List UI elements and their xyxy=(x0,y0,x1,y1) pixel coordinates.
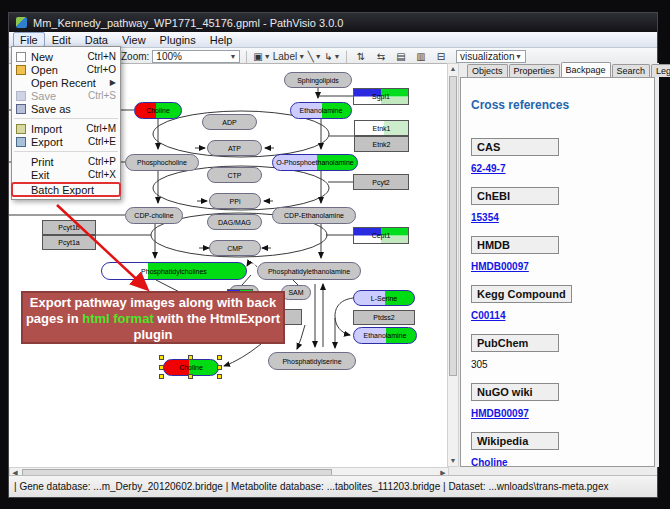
chevron-down-icon: ▼ xyxy=(315,53,322,60)
align-middle-icon: ⇆ xyxy=(377,51,385,62)
selection-handle[interactable] xyxy=(159,374,164,379)
scroll-down-icon[interactable]: ▼ xyxy=(448,456,458,466)
node-etnk2-6[interactable]: Etnk2 xyxy=(354,136,409,152)
node-ctp-10[interactable]: CTP xyxy=(207,167,262,183)
node-cdp-ethanolamine-15[interactable]: CDP-Ethanolamine xyxy=(272,207,356,224)
visualization-combobox[interactable]: visualization ▼ xyxy=(456,50,526,63)
node-etnk1-5[interactable]: Etnk1 xyxy=(354,120,409,136)
crossref-section-cas: CAS62-49-7 xyxy=(471,138,646,174)
file-menu-item-save-as[interactable]: Save as xyxy=(12,102,120,115)
align-center-icon: ⇅ xyxy=(357,51,365,62)
scroll-up-icon[interactable]: ▲ xyxy=(448,64,458,74)
file-menu-item-import[interactable]: ImportCtrl+M xyxy=(12,122,120,135)
node-phosphatidylserine-29[interactable]: Phosphatidylserine xyxy=(268,352,356,370)
node-adp-4[interactable]: ADP xyxy=(202,114,257,130)
node-phosphatidylcholines-20[interactable]: Phosphatidylcholines xyxy=(101,262,247,280)
node-cmp-17[interactable]: CMP xyxy=(209,240,261,256)
node-cept1-16[interactable]: Cept1 xyxy=(353,227,409,244)
common-size-icon: ⊟ xyxy=(437,51,445,62)
menu-data[interactable]: Data xyxy=(78,32,115,47)
save-icon xyxy=(16,91,26,101)
node-sphingolipids-0[interactable]: Sphingolipids xyxy=(284,72,352,88)
selection-handle[interactable] xyxy=(159,355,164,360)
file-menu-item-print[interactable]: PrintCtrl+P xyxy=(12,155,120,168)
zoom-combobox[interactable]: 100% ▼ xyxy=(152,50,240,63)
menu-view[interactable]: View xyxy=(115,32,153,47)
section-value: 62-49-7 xyxy=(471,163,646,174)
node-pcyt1a-19[interactable]: Pcyt1a xyxy=(42,235,96,250)
file-menu-item-export[interactable]: ExportCtrl+E xyxy=(12,135,120,148)
node-o-phosphoethanolamine-9[interactable]: O-Phosphoethanolamine xyxy=(272,154,358,171)
menu-edit[interactable]: Edit xyxy=(45,32,78,47)
vscroll-thumb[interactable] xyxy=(449,76,457,376)
crossref-link[interactable]: 15354 xyxy=(471,212,499,223)
selection-handle[interactable] xyxy=(188,374,193,379)
menu-item-shortcut: Ctrl+O xyxy=(87,64,116,75)
selection-handle[interactable] xyxy=(217,355,222,360)
label-tool-button[interactable]: Label▼ xyxy=(273,50,305,64)
stack-vertical-button[interactable]: ▤ xyxy=(393,50,408,64)
align-center-button[interactable]: ⇅ xyxy=(353,50,368,64)
menu-item-label: Import xyxy=(31,123,81,135)
section-value: 15354 xyxy=(471,212,646,223)
node-sam-23[interactable]: SAM xyxy=(281,285,311,300)
node-ppi-12[interactable]: PPi xyxy=(209,193,261,209)
node-ptdss2-26[interactable]: Ptdss2 xyxy=(353,310,415,325)
node-ethanolamine-27[interactable]: Ethanolamine xyxy=(353,327,417,344)
selection-handle[interactable] xyxy=(217,365,222,370)
datanode-tool-button[interactable]: ▣▼ xyxy=(253,50,270,64)
common-size-button[interactable]: ⊟ xyxy=(433,50,448,64)
menu-item-label: Open Recent xyxy=(31,77,105,89)
line-tool-button[interactable]: ╲▼ xyxy=(307,50,322,64)
node-cdp-choline-13[interactable]: CDP-choline xyxy=(125,207,183,224)
tab-properties[interactable]: Properties xyxy=(509,64,560,77)
menu-item-shortcut: Ctrl+P xyxy=(88,156,116,167)
align-middle-button[interactable]: ⇆ xyxy=(373,50,388,64)
crossref-link[interactable]: HMDB00097 xyxy=(471,261,529,272)
canvas-vertical-scrollbar[interactable]: ▲ ▼ xyxy=(447,63,459,467)
crossref-link[interactable]: C00114 xyxy=(471,310,505,321)
selection-handle[interactable] xyxy=(188,355,193,360)
crossref-link[interactable]: 62-49-7 xyxy=(471,163,505,174)
file-menu-item-open[interactable]: OpenCtrl+O xyxy=(12,63,120,76)
node-pcyt2-11[interactable]: Pcyt2 xyxy=(353,174,409,190)
tab-objects[interactable]: Objects xyxy=(467,64,508,77)
menu-help[interactable]: Help xyxy=(203,32,240,47)
menu-item-shortcut: Ctrl+M xyxy=(86,123,116,134)
node-phosphocholine-8[interactable]: Phosphocholine xyxy=(125,154,199,171)
blank-icon xyxy=(16,185,26,195)
stack-horizontal-button[interactable]: ▥ xyxy=(413,50,428,64)
file-menu-item-open-recent[interactable]: Open Recent▶ xyxy=(12,76,120,89)
node-l-serine-25[interactable]: L-Serine xyxy=(353,290,415,306)
menu-item-shortcut: Ctrl+E xyxy=(88,136,116,147)
menu-item-label: Save as xyxy=(31,103,116,115)
selection-handle[interactable] xyxy=(159,365,164,370)
window-title: Mm_Kennedy_pathway_WP1771_45176.gpml - P… xyxy=(33,17,343,29)
side-panel: ObjectsPropertiesBackpageSearchLegend Cr… xyxy=(459,63,659,467)
menu-plugins[interactable]: Plugins xyxy=(153,32,203,47)
crossref-link[interactable]: HMDB00097 xyxy=(471,408,529,419)
node-sgpl1-1[interactable]: Sgpl1 xyxy=(353,88,409,105)
node-pcyt1b-18[interactable]: Pcyt1b xyxy=(42,220,96,235)
tab-search[interactable]: Search xyxy=(612,64,651,77)
menu-file[interactable]: File xyxy=(13,32,45,47)
blank-icon xyxy=(16,170,26,180)
crossref-section-chebi: ChEBI15354 xyxy=(471,187,646,223)
connector-tool-button[interactable]: ↳▼ xyxy=(324,50,340,64)
tab-legend[interactable]: Legend xyxy=(651,64,670,77)
node-ethanolamine-3[interactable]: Ethanolamine xyxy=(290,102,352,119)
node-anchor-box[interactable] xyxy=(284,309,302,325)
selection-handle[interactable] xyxy=(217,374,222,379)
node-phosphatidylethanolamine-21[interactable]: Phosphatidylethanolamine xyxy=(257,262,361,280)
section-header: PubChem xyxy=(471,334,559,352)
file-menu-item-exit[interactable]: ExitCtrl+X xyxy=(12,168,120,181)
file-menu-item-batch-export[interactable]: Batch Export xyxy=(12,183,120,196)
chevron-down-icon: ▼ xyxy=(264,53,271,60)
toolbar-tools: ▣▼Label▼╲▼↳▼ xyxy=(253,50,340,64)
file-menu-item-new[interactable]: NewCtrl+N xyxy=(12,50,120,63)
node-atp-7[interactable]: ATP xyxy=(207,140,262,156)
crossref-link[interactable]: Choline xyxy=(471,457,508,467)
tab-backpage[interactable]: Backpage xyxy=(561,62,611,77)
node-choline-2[interactable]: Choline xyxy=(134,102,182,119)
node-dag-mag-14[interactable]: DAG/MAG xyxy=(207,214,262,230)
